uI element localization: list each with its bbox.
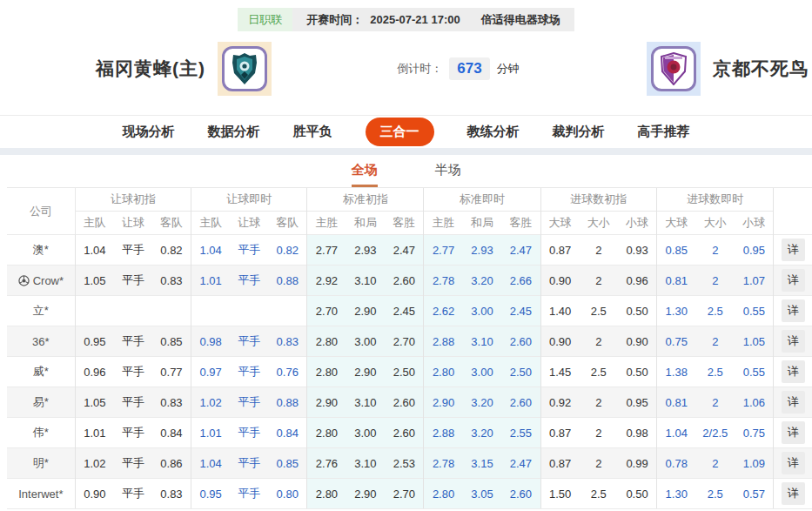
subtab-row: 全场半场 — [0, 155, 812, 187]
nav-tab-7[interactable]: 高手推荐 — [638, 124, 690, 140]
odds-cell: 0.95 — [618, 387, 657, 418]
detail-cell: 详 — [774, 296, 812, 326]
odds-cell: 2.90 — [346, 479, 386, 509]
sub-column-header: 主胜 — [424, 212, 463, 235]
match-meta: 开赛时间： 2025-07-21 17:00 倍适得电器球场 — [292, 8, 574, 31]
odds-cell — [152, 296, 191, 326]
odds-cell: 0.78 — [657, 448, 696, 479]
odds-cell: 1.04 — [191, 235, 231, 266]
group-header-6: 进球数即时 — [657, 188, 774, 212]
odds-cell: 2.45 — [501, 296, 540, 326]
detail-button[interactable]: 详 — [782, 360, 805, 383]
company-cell[interactable]: 立* — [7, 296, 75, 326]
odds-cell: 3.10 — [346, 387, 386, 418]
sub-column-header: 和局 — [463, 212, 502, 235]
odds-cell: 0.82 — [152, 235, 191, 266]
odds-cell: 0.96 — [75, 357, 114, 387]
odds-cell: 2.62 — [424, 296, 463, 326]
odds-cell: 3.20 — [463, 418, 502, 448]
odds-cell: 2.5 — [695, 479, 735, 509]
away-team-name: 京都不死鸟 — [713, 57, 809, 81]
odds-cell: 0.55 — [735, 357, 774, 387]
odds-cell: 2.93 — [463, 235, 502, 266]
odds-cell: 0.88 — [268, 387, 307, 418]
detail-button[interactable]: 详 — [782, 330, 805, 353]
page-divider-band — [0, 148, 812, 155]
odds-cell: 0.85 — [657, 235, 696, 266]
detail-cell: 详 — [774, 326, 812, 357]
sub-column-header: 客胜 — [385, 212, 424, 235]
odds-cell: 1.02 — [191, 387, 231, 418]
nav-tab-5[interactable]: 教练分析 — [467, 124, 520, 140]
detail-button[interactable]: 详 — [782, 239, 805, 261]
sub-column-header: 小球 — [618, 212, 657, 235]
odds-cell: 0.83 — [152, 387, 191, 418]
match-info-bar: 日职联 开赛时间： 2025-07-21 17:00 倍适得电器球场 — [0, 0, 812, 31]
odds-row-立: 立*2.702.902.452.623.002.451.402.50.501.3… — [7, 296, 812, 326]
detail-button[interactable]: 详 — [782, 421, 805, 444]
company-cell[interactable]: 威* — [7, 357, 75, 387]
odds-cell: 2 — [695, 387, 735, 418]
odds-cell: 2 — [580, 448, 618, 479]
detail-button[interactable]: 详 — [782, 391, 805, 414]
sub-column-header: 大球 — [540, 212, 580, 235]
detail-button[interactable]: 详 — [782, 299, 805, 322]
company-cell[interactable]: 易* — [7, 387, 75, 418]
odds-cell: 0.50 — [618, 296, 657, 326]
nav-tab-3[interactable]: 胜平负 — [293, 124, 332, 140]
detail-button[interactable]: 详 — [782, 452, 805, 474]
sub-column-header: 大球 — [657, 212, 696, 235]
company-cell[interactable]: Crow* — [7, 266, 75, 296]
group-header-3: 标准初指 — [307, 188, 424, 212]
subtab-1[interactable]: 全场 — [352, 155, 378, 187]
company-cell[interactable]: 澳* — [7, 235, 75, 266]
odds-cell: 2 — [580, 235, 618, 266]
odds-cell: 2.80 — [307, 479, 346, 509]
odds-row-Interwet: Interwet*0.90平手0.830.95平手0.802.802.902.7… — [7, 479, 812, 509]
odds-cell: 2.60 — [385, 266, 424, 296]
odds-cell: 1.45 — [540, 357, 580, 387]
odds-cell: 1.01 — [191, 266, 231, 296]
sub-column-header: 和局 — [346, 212, 386, 235]
odds-cell: 2.5 — [695, 357, 735, 387]
odds-table-wrap: 公司让球初指让球即时标准初指标准即时进球数初指进球数即时主队让球客队主队让球客队… — [0, 187, 812, 509]
company-name: 澳* — [33, 242, 49, 258]
odds-cell: 2.80 — [424, 479, 463, 509]
sub-column-header: 让球 — [114, 212, 152, 235]
company-name: 伟* — [33, 425, 49, 440]
odds-cell: 1.30 — [657, 296, 696, 326]
league-badge[interactable]: 日职联 — [238, 8, 292, 31]
detail-cell: 详 — [774, 387, 812, 418]
company-cell[interactable]: 明* — [7, 448, 75, 479]
subtab-2[interactable]: 半场 — [435, 155, 461, 187]
odds-cell: 0.87 — [540, 235, 580, 266]
odds-cell: 2.60 — [501, 326, 540, 357]
company-name: 易* — [33, 394, 49, 410]
detail-button[interactable]: 详 — [782, 482, 805, 505]
odds-cell: 0.98 — [191, 326, 231, 357]
sub-column-header: 主胜 — [307, 212, 346, 235]
company-cell[interactable]: 伟* — [7, 418, 75, 448]
nav-tab-2[interactable]: 数据分析 — [208, 124, 260, 140]
odds-row-威: 威*0.96平手0.770.97平手0.762.802.902.502.803.… — [7, 357, 812, 387]
company-cell[interactable]: 36* — [7, 326, 75, 357]
odds-cell: 0.90 — [540, 326, 580, 357]
nav-tab-4[interactable]: 三合一 — [366, 118, 434, 146]
odds-cell: 1.50 — [540, 479, 580, 509]
odds-cell: 0.81 — [657, 387, 696, 418]
odds-cell: 0.86 — [152, 448, 191, 479]
nav-tab-6[interactable]: 裁判分析 — [553, 124, 605, 140]
odds-cell: 2.50 — [501, 357, 540, 387]
detail-button[interactable]: 详 — [782, 269, 805, 292]
odds-cell: 0.83 — [268, 326, 307, 357]
home-crest-icon — [230, 52, 259, 85]
odds-cell: 2.77 — [424, 235, 463, 266]
odds-row-明: 明*1.02平手0.861.04平手0.852.763.102.532.783.… — [7, 448, 812, 479]
odds-cell: 2 — [580, 326, 618, 357]
kickoff-time: 2025-07-21 17:00 — [370, 13, 460, 26]
odds-cell: 0.85 — [268, 448, 307, 479]
nav-tab-1[interactable]: 现场分析 — [123, 124, 175, 140]
odds-cell: 1.07 — [735, 266, 774, 296]
company-cell[interactable]: Interwet* — [7, 479, 75, 509]
countdown-label: 倒计时： — [397, 61, 442, 77]
